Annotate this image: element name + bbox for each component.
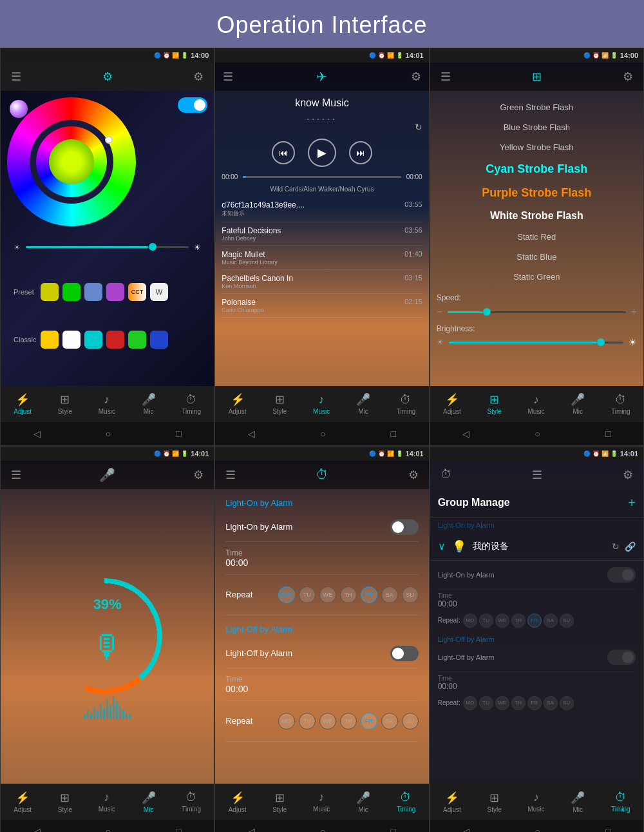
- day-su-1[interactable]: SU: [402, 586, 419, 603]
- back-btn-4[interactable]: ◁: [33, 826, 41, 832]
- classic-blue[interactable]: [150, 331, 168, 349]
- group-day2-tu[interactable]: TU: [479, 696, 493, 710]
- group-day-su[interactable]: SU: [560, 614, 574, 628]
- day-tu-1[interactable]: TU: [299, 586, 316, 603]
- prev-btn[interactable]: ⏮: [272, 141, 295, 164]
- day-mo-2[interactable]: MO: [278, 713, 295, 730]
- play-btn[interactable]: ▶: [308, 139, 336, 167]
- group-day2-th[interactable]: TH: [511, 696, 526, 710]
- tab-adjust-4[interactable]: ⚡ Adjust: [14, 791, 32, 813]
- settings-icon-4[interactable]: ⚙: [193, 468, 204, 482]
- preset-purple[interactable]: [106, 283, 124, 301]
- day-we-2[interactable]: WE: [319, 713, 336, 730]
- menu-icon-4[interactable]: ☰: [11, 468, 21, 482]
- classic-green[interactable]: [128, 331, 146, 349]
- device-row[interactable]: ∨ 💡 我的设备 ↻ 🔗: [430, 533, 643, 561]
- tab-mic-4[interactable]: 🎤 Mic: [142, 791, 156, 813]
- tab-timing-4[interactable]: ⏱ Timing: [182, 791, 201, 813]
- effect-blue-strobe[interactable]: Blue Strobe Flash: [437, 117, 637, 137]
- song-item-4[interactable]: Pachelbels Canon InKen Morrison 03:15: [222, 270, 422, 294]
- preset-blue[interactable]: [84, 283, 102, 301]
- tab-style-4[interactable]: ⊞ Style: [58, 791, 72, 813]
- day-mo-1[interactable]: MO: [278, 586, 295, 603]
- tab-timing-1[interactable]: ⏱ Timing: [182, 393, 201, 415]
- back-btn-3[interactable]: ◁: [462, 429, 469, 439]
- tab-adjust-2[interactable]: ⚡ Adjust: [229, 392, 247, 415]
- group-day2-su[interactable]: SU: [560, 696, 574, 710]
- speed-plus-btn[interactable]: +: [631, 306, 637, 318]
- repeat-icon[interactable]: ↻: [415, 122, 422, 132]
- recent-btn-2[interactable]: □: [391, 429, 396, 439]
- day-fr-1[interactable]: FR: [361, 586, 377, 603]
- effect-purple-strobe[interactable]: Purple Strobe Flash: [437, 181, 637, 205]
- back-btn-6[interactable]: ◁: [462, 826, 469, 832]
- day-fr-2[interactable]: FR: [361, 713, 377, 730]
- day-we-1[interactable]: WE: [319, 586, 336, 603]
- list-icon-6[interactable]: ☰: [532, 468, 542, 482]
- next-btn[interactable]: ⏭: [349, 141, 372, 164]
- back-btn-5[interactable]: ◁: [248, 826, 255, 832]
- tab-mic-1[interactable]: 🎤 Mic: [142, 392, 156, 415]
- speed-slider[interactable]: [448, 311, 626, 313]
- settings-icon-2[interactable]: ⚙: [411, 70, 421, 84]
- group-day-sa[interactable]: SA: [544, 614, 558, 628]
- menu-icon-1[interactable]: ☰: [11, 70, 21, 84]
- classic-white[interactable]: [62, 331, 80, 349]
- day-tu-2[interactable]: TU: [299, 713, 316, 730]
- group-day2-we[interactable]: WE: [495, 696, 509, 710]
- song-item-5[interactable]: PolonaiseCarlo Chiarappa 02:15: [222, 294, 422, 318]
- group-light-off-toggle[interactable]: [607, 650, 636, 665]
- day-th-2[interactable]: TH: [340, 713, 357, 730]
- home-btn-3[interactable]: ○: [535, 429, 540, 439]
- group-day-we[interactable]: WE: [495, 614, 509, 628]
- timing-nav-icon[interactable]: ⏱: [316, 467, 328, 482]
- menu-icon-5[interactable]: ☰: [225, 468, 236, 482]
- group-light-on-toggle[interactable]: [607, 567, 636, 583]
- group-day2-mo[interactable]: MO: [463, 696, 477, 710]
- adjust-icon-1[interactable]: ⚙: [102, 70, 113, 84]
- tab-adjust-5[interactable]: ⚡ Adjust: [229, 791, 247, 813]
- tab-music-5[interactable]: ♪ Music: [313, 791, 330, 813]
- effect-green-strobe[interactable]: Green Strobe Flash: [437, 97, 637, 117]
- back-btn-1[interactable]: ◁: [33, 429, 41, 439]
- effect-yellow-strobe[interactable]: Yellow Strobe Flash: [437, 137, 637, 157]
- tab-music-4[interactable]: ♪ Music: [99, 791, 115, 813]
- settings-icon-3[interactable]: ⚙: [623, 70, 633, 84]
- tab-timing-5[interactable]: ⏱ Timing: [397, 791, 416, 813]
- tab-style-1[interactable]: ⊞ Style: [58, 392, 72, 415]
- effect-static-blue[interactable]: Static Blue: [437, 247, 637, 267]
- day-su-2[interactable]: SU: [402, 713, 419, 730]
- home-btn-4[interactable]: ○: [106, 826, 111, 832]
- song-item-2[interactable]: Fateful DecisionsJohn Debney 03:56: [222, 222, 422, 246]
- tab-timing-3[interactable]: ⏱ Timing: [611, 393, 630, 415]
- song-item-1[interactable]: d76cf1a1c49a13e9ee....未知音乐 03:55: [222, 197, 422, 222]
- group-day-tu[interactable]: TU: [479, 614, 493, 628]
- effect-static-red[interactable]: Static Red: [437, 227, 637, 247]
- recent-btn-6[interactable]: □: [605, 826, 611, 832]
- preset-cct[interactable]: CCT: [128, 283, 146, 301]
- home-btn-1[interactable]: ○: [106, 429, 111, 439]
- recent-btn-1[interactable]: □: [176, 429, 181, 439]
- home-btn-5[interactable]: ○: [320, 826, 325, 832]
- tab-mic-5[interactable]: 🎤 Mic: [356, 791, 370, 813]
- light-off-toggle[interactable]: [390, 646, 419, 661]
- classic-cyan[interactable]: [84, 331, 102, 349]
- preset-green[interactable]: [62, 283, 80, 301]
- light-on-toggle[interactable]: [390, 519, 419, 535]
- day-th-1[interactable]: TH: [340, 586, 357, 603]
- day-sa-2[interactable]: SA: [381, 713, 398, 730]
- recent-btn-5[interactable]: □: [391, 826, 396, 832]
- classic-yellow[interactable]: [41, 331, 59, 349]
- effect-white-strobe[interactable]: White Strobe Flash: [437, 205, 637, 227]
- effect-static-green[interactable]: Static Green: [437, 267, 637, 287]
- group-day2-sa[interactable]: SA: [544, 696, 558, 710]
- tab-style-5[interactable]: ⊞ Style: [272, 791, 287, 813]
- settings-icon-1[interactable]: ⚙: [193, 70, 204, 84]
- classic-red[interactable]: [106, 331, 124, 349]
- settings-icon-6[interactable]: ⚙: [623, 468, 633, 482]
- color-wheel[interactable]: [7, 97, 136, 226]
- add-group-btn[interactable]: +: [628, 496, 636, 510]
- tab-adjust-1[interactable]: ⚡ Adjust: [14, 392, 32, 415]
- tab-adjust-6[interactable]: ⚡ Adjust: [443, 791, 461, 813]
- back-btn-2[interactable]: ◁: [248, 429, 255, 439]
